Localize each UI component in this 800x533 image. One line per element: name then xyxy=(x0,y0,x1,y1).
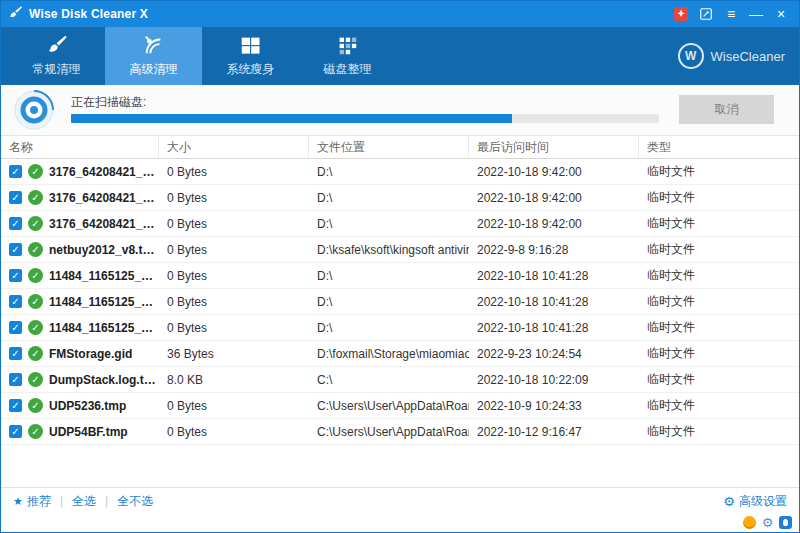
recommend-label: 推荐 xyxy=(27,493,51,510)
file-path: C:\Users\User\AppData\Roamin... xyxy=(309,425,469,439)
file-name: 3176_64208421_MVM_6.t... xyxy=(49,217,159,231)
file-size: 0 Bytes xyxy=(159,165,309,179)
select-none-link[interactable]: 全不选 xyxy=(117,493,153,510)
tray-icons: ⚙ xyxy=(743,516,792,529)
file-status-check-icon xyxy=(28,268,43,283)
row-checkbox[interactable] xyxy=(9,243,22,256)
table-row[interactable]: 11484_1165125_MVM_3.t... 0 Bytes D:\ 202… xyxy=(1,263,799,289)
tray-gear-icon[interactable]: ⚙ xyxy=(761,516,774,529)
tray-smiley-icon[interactable] xyxy=(743,516,756,529)
footer-separator: | xyxy=(105,494,108,508)
feedback-edit-icon[interactable] xyxy=(695,4,717,24)
file-path: D:\ksafe\ksoft\kingsoft antivirus... xyxy=(309,243,469,257)
file-access-time: 2022-10-18 10:41:28 xyxy=(469,269,639,283)
file-size: 0 Bytes xyxy=(159,191,309,205)
wisecleaner-brand[interactable]: W WiseCleaner xyxy=(678,27,785,85)
file-table-header: 名称 大小 文件位置 最后访问时间 类型 xyxy=(1,136,799,159)
file-name: 11484_1165125_MVM_6.t... xyxy=(49,321,159,335)
file-access-time: 2022-10-9 10:24:33 xyxy=(469,399,639,413)
minimize-icon[interactable]: — xyxy=(745,4,767,24)
file-status-check-icon xyxy=(28,216,43,231)
column-header-time[interactable]: 最后访问时间 xyxy=(469,136,639,158)
row-checkbox[interactable] xyxy=(9,217,22,230)
file-type: 临时文件 xyxy=(639,345,799,362)
table-row[interactable]: 11484_1165125_MVM_6.t... 0 Bytes D:\ 202… xyxy=(1,315,799,341)
file-name: 11484_1165125_MVM_3.t... xyxy=(49,269,159,283)
scan-target-icon xyxy=(14,90,54,134)
table-row[interactable]: FMStorage.gid 36 Bytes D:\foxmail\Storag… xyxy=(1,341,799,367)
file-type: 临时文件 xyxy=(639,423,799,440)
tab-disk-defrag[interactable]: 磁盘整理 xyxy=(299,27,396,85)
file-size: 36 Bytes xyxy=(159,347,309,361)
titlebar: Wise Disk Cleaner X ≡ — × xyxy=(1,1,799,27)
table-row[interactable]: 11484_1165125_MVM_4.t... 0 Bytes D:\ 202… xyxy=(1,289,799,315)
table-row[interactable]: UDP5236.tmp 0 Bytes C:\Users\User\AppDat… xyxy=(1,393,799,419)
file-status-check-icon xyxy=(28,320,43,335)
row-checkbox[interactable] xyxy=(9,165,22,178)
file-name: 3176_64208421_MVM_4.t... xyxy=(49,191,159,205)
footer-separator: | xyxy=(60,494,63,508)
table-row[interactable]: 3176_64208421_MVM_6.t... 0 Bytes D:\ 202… xyxy=(1,211,799,237)
file-size: 0 Bytes xyxy=(159,321,309,335)
advanced-settings-link[interactable]: ⚙ 高级设置 xyxy=(723,493,787,510)
file-type: 临时文件 xyxy=(639,397,799,414)
defrag-blocks-icon xyxy=(337,35,358,56)
file-size: 0 Bytes xyxy=(159,295,309,309)
file-type: 临时文件 xyxy=(639,293,799,310)
file-status-check-icon xyxy=(28,346,43,361)
close-icon[interactable]: × xyxy=(770,4,792,24)
row-checkbox[interactable] xyxy=(9,373,22,386)
gear-icon: ⚙ xyxy=(723,495,735,508)
tab-system-slim[interactable]: 系统瘦身 xyxy=(202,27,299,85)
column-header-name[interactable]: 名称 xyxy=(1,136,159,158)
file-name: UDP54BF.tmp xyxy=(49,425,128,439)
radar-scan-icon xyxy=(143,34,165,56)
app-logo-brush-icon xyxy=(8,5,23,24)
file-status-check-icon xyxy=(28,242,43,257)
tab-advanced-clean[interactable]: 高级清理 xyxy=(105,27,202,85)
table-row[interactable]: 3176_64208421_MVM_3.t... 0 Bytes D:\ 202… xyxy=(1,159,799,185)
file-path: D:\ xyxy=(309,295,469,309)
file-type: 临时文件 xyxy=(639,319,799,336)
column-header-type[interactable]: 类型 xyxy=(639,136,799,158)
recommend-link[interactable]: ★ 推荐 xyxy=(13,493,51,510)
wisecleaner-logo-icon: W xyxy=(678,43,704,69)
file-access-time: 2022-9-8 9:16:28 xyxy=(469,243,639,257)
row-checkbox[interactable] xyxy=(9,191,22,204)
tab-regular-clean[interactable]: 常规清理 xyxy=(8,27,105,85)
row-checkbox[interactable] xyxy=(9,295,22,308)
menu-icon[interactable]: ≡ xyxy=(720,4,742,24)
file-type: 临时文件 xyxy=(639,189,799,206)
titlebar-actions: ≡ — × xyxy=(670,4,792,24)
row-checkbox[interactable] xyxy=(9,269,22,282)
file-path: D:\ xyxy=(309,191,469,205)
table-row[interactable]: DumpStack.log.tmp 8.0 KB C:\ 2022-10-18 … xyxy=(1,367,799,393)
table-row[interactable]: netbuy2012_v8.tmp 0 Bytes D:\ksafe\ksoft… xyxy=(1,237,799,263)
table-row[interactable]: 3176_64208421_MVM_4.t... 0 Bytes D:\ 202… xyxy=(1,185,799,211)
column-header-size[interactable]: 大小 xyxy=(159,136,309,158)
file-access-time: 2022-10-18 10:22:09 xyxy=(469,373,639,387)
brand-name: WiseCleaner xyxy=(711,49,785,64)
file-name: 11484_1165125_MVM_4.t... xyxy=(49,295,159,309)
promo-gift-icon[interactable] xyxy=(670,4,692,24)
file-access-time: 2022-10-18 9:42:00 xyxy=(469,165,639,179)
file-name: DumpStack.log.tmp xyxy=(49,373,159,387)
tab-label: 磁盘整理 xyxy=(324,61,372,78)
file-status-check-icon xyxy=(28,190,43,205)
file-type: 临时文件 xyxy=(639,163,799,180)
select-all-link[interactable]: 全选 xyxy=(72,493,96,510)
file-type: 临时文件 xyxy=(639,241,799,258)
row-checkbox[interactable] xyxy=(9,347,22,360)
row-checkbox[interactable] xyxy=(9,399,22,412)
file-status-check-icon xyxy=(28,424,43,439)
file-access-time: 2022-9-23 10:24:54 xyxy=(469,347,639,361)
row-checkbox[interactable] xyxy=(9,321,22,334)
row-checkbox[interactable] xyxy=(9,425,22,438)
file-size: 0 Bytes xyxy=(159,243,309,257)
table-row[interactable]: UDP54BF.tmp 0 Bytes C:\Users\User\AppDat… xyxy=(1,419,799,445)
tray-qq-icon[interactable] xyxy=(779,516,792,529)
cancel-button[interactable]: 取消 xyxy=(679,95,774,124)
column-header-path[interactable]: 文件位置 xyxy=(309,136,469,158)
file-status-check-icon xyxy=(28,398,43,413)
advanced-settings-label: 高级设置 xyxy=(739,493,787,510)
